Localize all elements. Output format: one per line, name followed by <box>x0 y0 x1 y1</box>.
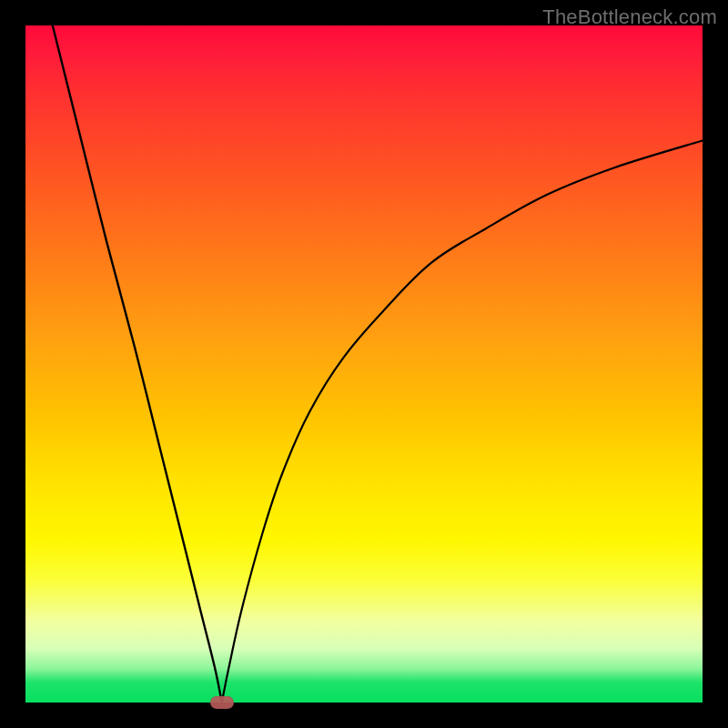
curve-left-branch <box>53 25 222 703</box>
plot-area <box>25 25 703 703</box>
minimum-marker <box>210 696 234 709</box>
curve-right-branch <box>222 141 703 703</box>
chart-frame: TheBottleneck.com <box>0 0 728 728</box>
bottleneck-curve <box>25 25 703 703</box>
